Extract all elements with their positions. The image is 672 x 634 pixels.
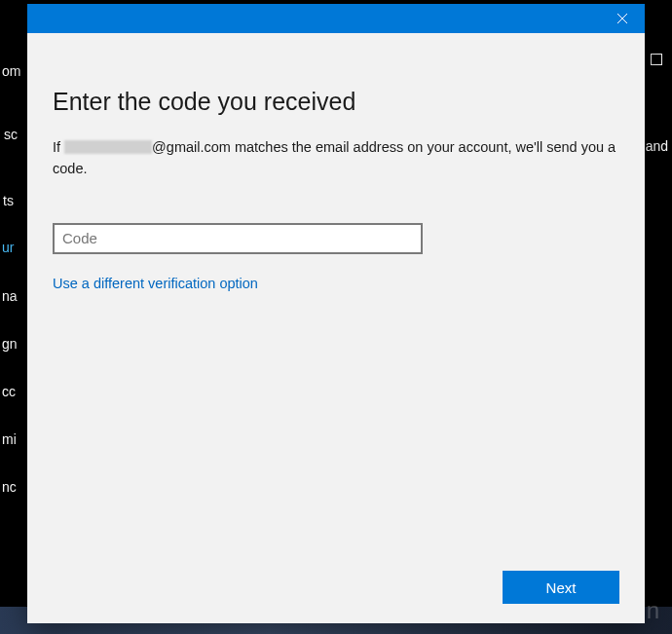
verification-dialog: Enter the code you received If @gmail.co… — [27, 4, 645, 623]
bg-frag: na — [2, 288, 18, 304]
bg-frag: sc — [4, 127, 18, 142]
bg-frag: and — [646, 138, 668, 154]
dialog-content: Enter the code you received If @gmail.co… — [27, 33, 645, 623]
next-button[interactable]: Next — [503, 571, 619, 604]
code-input[interactable] — [53, 223, 423, 254]
different-verification-link[interactable]: Use a different verification option — [53, 276, 258, 291]
dialog-titlebar — [27, 4, 645, 33]
bg-frag: gn — [2, 336, 18, 352]
instruction-text: If @gmail.com matches the email address … — [53, 137, 619, 180]
close-button[interactable] — [600, 4, 645, 33]
bg-frag: om — [2, 63, 20, 79]
redacted-email-local — [64, 140, 152, 154]
bg-frag: mi — [2, 431, 17, 447]
dialog-heading: Enter the code you received — [53, 88, 619, 116]
bg-frag: ts — [3, 193, 14, 208]
dialog-footer: Next — [503, 571, 619, 604]
bg-frag: cc — [2, 384, 16, 399]
instruction-email-suffix: @gmail.com — [152, 139, 231, 155]
maximize-glyph — [651, 54, 662, 65]
instruction-prefix: If — [53, 139, 64, 155]
bg-frag: nc — [2, 479, 17, 495]
close-icon — [616, 13, 628, 24]
bg-frag: ur — [2, 240, 14, 255]
